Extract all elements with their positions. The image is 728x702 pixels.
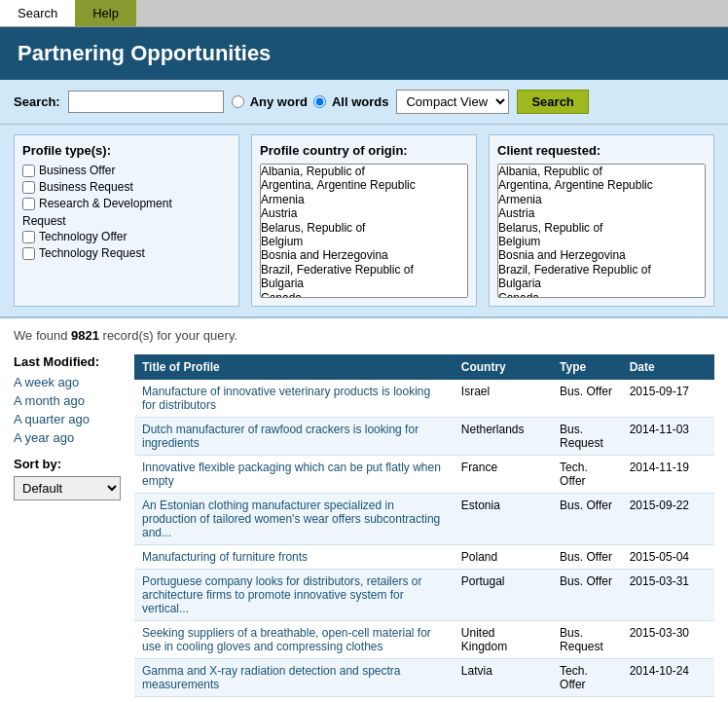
filter-section: Profile type(s): Business Offer Business… xyxy=(0,125,728,318)
result-date: 2014-11-19 xyxy=(622,456,714,494)
word-match-group: Any word All words xyxy=(232,94,389,109)
filter-year[interactable]: A year ago xyxy=(14,430,121,445)
filter-business-offer: Business Offer xyxy=(22,164,231,177)
results-count: 9821 xyxy=(71,328,99,343)
checkbox-research-development[interactable] xyxy=(22,198,35,210)
last-modified-label: Last Modified: xyxy=(14,354,121,369)
results-section: We found 9821 record(s) for your query. xyxy=(0,318,728,354)
result-country: France xyxy=(454,456,552,494)
filter-research-development: Research & Development xyxy=(22,197,231,210)
result-country: Portugal xyxy=(454,570,552,621)
result-type: Bus. Request xyxy=(552,418,622,456)
sidebar: Last Modified: A week ago A month ago A … xyxy=(14,354,121,697)
result-date: 2015-03-31 xyxy=(622,570,714,621)
result-title-link[interactable]: Dutch manufacturer of rawfood crackers i… xyxy=(142,423,419,450)
result-date: 2014-11-03 xyxy=(622,418,714,456)
result-country: Netherlands xyxy=(454,418,552,456)
filter-month[interactable]: A month ago xyxy=(14,393,121,408)
results-summary-end: record(s) for your query. xyxy=(99,328,237,343)
checkbox-business-request[interactable] xyxy=(22,181,35,194)
profile-country-title: Profile country of origin: xyxy=(260,143,468,158)
result-date: 2015-09-22 xyxy=(622,494,714,545)
result-title-link[interactable]: Innovative flexible packaging which can … xyxy=(142,461,441,488)
all-words-radio[interactable] xyxy=(313,95,326,108)
label-technology-request: Technology Request xyxy=(39,246,145,260)
table-row: Innovative flexible packaging which can … xyxy=(134,456,714,494)
table-row: Portuguese company looks for distributor… xyxy=(134,570,714,621)
col-header-title: Title of Profile xyxy=(134,354,454,380)
result-date: 2015-05-04 xyxy=(622,545,714,570)
view-select[interactable]: Compact View Full View xyxy=(396,90,509,114)
table-row: Manufacturing of furniture frontsPolandB… xyxy=(134,545,714,570)
menu-item-search[interactable]: Search xyxy=(0,0,75,26)
client-requested-title: Client requested: xyxy=(497,143,706,158)
profile-country-filter: Profile country of origin: Albania, Repu… xyxy=(251,134,477,307)
result-title-link[interactable]: Manufacture of innovative veterinary pro… xyxy=(142,385,430,412)
page-title: Partnering Opportunities xyxy=(18,41,710,66)
result-country: Latvia xyxy=(454,659,552,697)
result-title-link[interactable]: Portuguese company looks for distributor… xyxy=(142,574,421,615)
result-country: United Kingdom xyxy=(454,621,552,659)
filter-quarter[interactable]: A quarter ago xyxy=(14,412,121,426)
checkbox-technology-request[interactable] xyxy=(22,247,35,260)
filter-week[interactable]: A week ago xyxy=(14,375,121,389)
menu-item-help[interactable]: Help xyxy=(75,0,136,26)
label-business-offer: Business Offer xyxy=(39,164,115,177)
table-row: An Estonian clothing manufacturer specia… xyxy=(134,494,714,545)
any-word-label: Any word xyxy=(250,94,308,109)
profile-type-filter: Profile type(s): Business Offer Business… xyxy=(14,134,239,307)
country-select[interactable]: Albania, Republic ofArgentina, Argentine… xyxy=(260,164,468,298)
label-business-request: Business Request xyxy=(39,180,133,194)
search-bar: Search: Any word All words Compact View … xyxy=(0,80,728,125)
label-technology-offer: Technology Offer xyxy=(39,230,127,243)
result-type: Bus. Offer xyxy=(552,494,622,545)
top-menu-bar: Search Help xyxy=(0,0,728,27)
result-type: Tech. Offer xyxy=(552,456,622,494)
sort-select[interactable]: Default xyxy=(14,476,121,500)
request-group-label: Request xyxy=(22,214,231,228)
table-row: Manufacture of innovative veterinary pro… xyxy=(134,380,714,418)
checkbox-technology-offer[interactable] xyxy=(22,231,35,243)
result-title-link[interactable]: Seeking suppliers of a breathable, open-… xyxy=(142,626,431,653)
result-date: 2015-03-30 xyxy=(622,621,714,659)
search-label: Search: xyxy=(14,94,60,109)
results-table: Title of Profile Country Type Date Manuf… xyxy=(134,354,714,697)
result-title-link[interactable]: Manufacturing of furniture fronts xyxy=(142,550,308,564)
filter-technology-offer: Technology Offer xyxy=(22,230,231,243)
checkbox-business-offer[interactable] xyxy=(22,165,35,177)
result-type: Bus. Offer xyxy=(552,380,622,418)
profile-type-title: Profile type(s): xyxy=(22,143,231,158)
sort-label: Sort by: xyxy=(14,457,121,471)
page-header: Partnering Opportunities xyxy=(0,27,728,80)
result-country: Poland xyxy=(454,545,552,570)
col-header-date: Date xyxy=(622,354,714,380)
result-title-link[interactable]: Gamma and X-ray radiation detection and … xyxy=(142,664,400,691)
results-summary: We found 9821 record(s) for your query. xyxy=(14,328,714,343)
search-button[interactable]: Search xyxy=(517,90,588,114)
result-country: Israel xyxy=(454,380,552,418)
search-input[interactable] xyxy=(68,91,224,113)
results-summary-text: We found xyxy=(14,328,71,343)
filter-technology-request: Technology Request xyxy=(22,246,231,260)
client-requested-filter: Client requested: Albania, Republic ofAr… xyxy=(489,134,714,307)
result-type: Bus. Offer xyxy=(552,570,622,621)
main-content: Last Modified: A week ago A month ago A … xyxy=(0,354,728,697)
table-header-row: Title of Profile Country Type Date xyxy=(134,354,714,380)
col-header-country: Country xyxy=(454,354,552,380)
result-country: Estonia xyxy=(454,494,552,545)
table-row: Seeking suppliers of a breathable, open-… xyxy=(134,621,714,659)
result-type: Bus. Request xyxy=(552,621,622,659)
result-type: Bus. Offer xyxy=(552,545,622,570)
all-words-label: All words xyxy=(332,94,389,109)
result-date: 2015-09-17 xyxy=(622,380,714,418)
client-select[interactable]: Albania, Republic ofArgentina, Argentine… xyxy=(497,164,706,298)
any-word-radio[interactable] xyxy=(232,95,244,108)
col-header-type: Type xyxy=(552,354,622,380)
result-type: Tech. Offer xyxy=(552,659,622,697)
result-title-link[interactable]: An Estonian clothing manufacturer specia… xyxy=(142,499,440,539)
table-row: Gamma and X-ray radiation detection and … xyxy=(134,659,714,697)
filter-business-request: Business Request xyxy=(22,180,231,194)
result-date: 2014-10-24 xyxy=(622,659,714,697)
table-row: Dutch manufacturer of rawfood crackers i… xyxy=(134,418,714,456)
label-research-development: Research & Development xyxy=(39,197,172,210)
